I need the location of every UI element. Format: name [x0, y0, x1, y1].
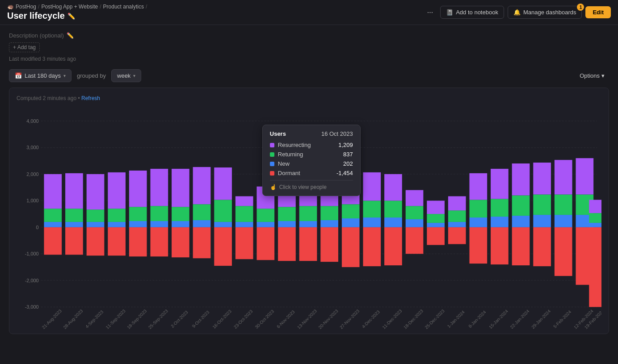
svg-text:-2,000: -2,000 [25, 278, 39, 283]
new-dot [270, 162, 274, 166]
app-name[interactable]: PostHog App + Website [41, 4, 98, 10]
svg-text:13-Nov-2023: 13-Nov-2023 [296, 308, 318, 330]
more-button[interactable]: ··· [424, 6, 437, 19]
add-tag-button[interactable]: + Add tag [9, 42, 40, 52]
bar-group-19 [448, 196, 466, 244]
svg-text:2,000: 2,000 [26, 172, 38, 177]
svg-rect-114 [555, 160, 572, 194]
group-by-button[interactable]: week ▾ [111, 69, 141, 82]
svg-rect-87 [406, 227, 424, 254]
content-area: Description (optional) ✏️ + Add tag Last… [0, 25, 618, 341]
group-by-value: week [117, 72, 130, 79]
bar-group-4 [129, 171, 147, 256]
computed-sep: • [78, 95, 81, 101]
nav-left: 🦔 PostHog / PostHog App + Website / Prod… [7, 4, 147, 21]
nav-right: ··· 📓 Add to notebook 1 🔔 Manage dashboa… [424, 6, 611, 19]
svg-rect-105 [512, 195, 530, 216]
computed-row: Computed 2 minutes ago • Refresh [17, 95, 601, 101]
svg-rect-47 [193, 227, 211, 258]
svg-rect-18 [44, 174, 62, 209]
svg-rect-72 [342, 218, 360, 227]
svg-rect-122 [589, 200, 601, 213]
svg-rect-63 [278, 227, 296, 261]
returning-label: Returning [278, 151, 303, 158]
svg-text:4,000: 4,000 [26, 118, 38, 124]
svg-rect-104 [512, 216, 530, 227]
tooltip-row-dormant: Dormant -1,454 [270, 170, 353, 176]
svg-rect-48 [214, 222, 232, 227]
add-to-notebook-button[interactable]: 📓 Add to notebook [440, 6, 504, 19]
svg-text:9-Oct-2023: 9-Oct-2023 [191, 310, 210, 329]
filter-bar: 📅 Last 180 days ▾ grouped by week ▾ Opti… [9, 69, 609, 82]
svg-text:11-Dec-2023: 11-Dec-2023 [381, 308, 403, 330]
breadcrumb-sep1: / [38, 4, 39, 10]
svg-rect-92 [448, 222, 466, 227]
svg-rect-88 [427, 223, 445, 227]
bar-group-2 [87, 174, 105, 255]
bar-group-1 [65, 173, 83, 255]
svg-text:1,000: 1,000 [26, 198, 38, 203]
svg-rect-123 [589, 227, 601, 307]
manage-dashboards-button[interactable]: 1 🔔 Manage dashboards [508, 6, 582, 19]
svg-text:15-Jan-2024: 15-Jan-2024 [488, 309, 509, 330]
svg-text:1-Jan-2024: 1-Jan-2024 [446, 310, 466, 329]
svg-text:20-Nov-2023: 20-Nov-2023 [318, 308, 340, 330]
svg-rect-69 [320, 206, 338, 220]
page-title-row: User lifecycle ✏️ [7, 11, 147, 21]
svg-text:2-Oct-2023: 2-Oct-2023 [170, 310, 189, 329]
bar-group-24 [555, 160, 572, 276]
returning-value: 837 [343, 151, 353, 158]
svg-rect-73 [342, 204, 360, 218]
bar-group-22 [512, 163, 530, 265]
svg-rect-46 [193, 167, 211, 204]
svg-text:16-Oct-2023: 16-Oct-2023 [211, 309, 232, 330]
svg-text:4-Dec-2023: 4-Dec-2023 [361, 309, 381, 329]
svg-rect-45 [193, 204, 211, 220]
manage-icon: 🔔 [513, 9, 521, 16]
date-range-button[interactable]: 📅 Last 180 days ▾ [9, 69, 71, 82]
svg-rect-83 [384, 227, 402, 265]
tooltip-footer[interactable]: ☝ Click to view people [270, 180, 353, 190]
svg-rect-85 [406, 206, 424, 219]
bar-group-26 [589, 200, 601, 307]
last-modified-text: Last modified 3 minutes ago [9, 56, 609, 62]
options-button[interactable]: Options ▾ [575, 70, 609, 82]
svg-rect-65 [299, 206, 317, 221]
svg-rect-32 [129, 221, 147, 227]
svg-rect-76 [363, 218, 381, 227]
date-range-label: Last 180 days [25, 72, 61, 79]
refresh-link[interactable]: Refresh [81, 95, 100, 101]
svg-text:3,000: 3,000 [26, 145, 38, 150]
dormant-dot [270, 171, 274, 176]
brand-name[interactable]: PostHog [16, 4, 36, 10]
new-label: New [278, 160, 290, 167]
title-edit-icon[interactable]: ✏️ [67, 13, 75, 20]
svg-rect-120 [589, 223, 601, 227]
dormant-label: Dormant [278, 170, 300, 176]
svg-rect-55 [235, 227, 253, 259]
svg-text:4-Sep-2023: 4-Sep-2023 [84, 309, 105, 329]
svg-text:30-Oct-2023: 30-Oct-2023 [254, 309, 275, 330]
bar-group-21 [491, 169, 509, 264]
svg-rect-121 [589, 213, 601, 223]
svg-rect-93 [448, 210, 466, 222]
manage-label: Manage dashboards [523, 9, 576, 16]
svg-rect-101 [491, 199, 509, 217]
grouped-by-label: grouped by [77, 72, 106, 79]
description-edit-icon[interactable]: ✏️ [67, 32, 74, 39]
edit-button[interactable]: Edit [585, 6, 611, 18]
svg-rect-106 [512, 163, 530, 195]
svg-rect-20 [65, 222, 83, 227]
returning-dot [270, 152, 274, 157]
section-name[interactable]: Product analytics [103, 4, 144, 10]
svg-text:23-Oct-2023: 23-Oct-2023 [233, 309, 254, 330]
svg-rect-90 [427, 201, 445, 214]
svg-rect-71 [320, 227, 338, 262]
svg-rect-59 [256, 227, 274, 260]
tooltip-users-label: Users [270, 130, 286, 137]
group-by-chevron: ▾ [133, 73, 135, 78]
options-label: Options [580, 72, 600, 79]
bar-group-8 [214, 167, 232, 266]
breadcrumb-sep2: / [100, 4, 101, 10]
bar-group-9 [235, 196, 253, 259]
